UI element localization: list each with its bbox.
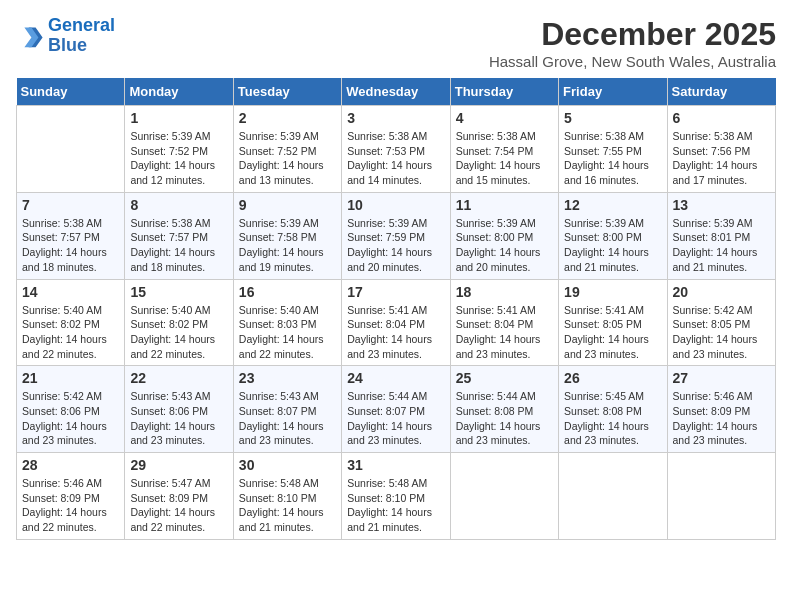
calendar-cell: 2Sunrise: 5:39 AMSunset: 7:52 PMDaylight…	[233, 106, 341, 193]
title-section: December 2025 Hassall Grove, New South W…	[489, 16, 776, 70]
day-number: 10	[347, 197, 444, 213]
weekday-header: Thursday	[450, 78, 558, 106]
day-info: Sunrise: 5:48 AMSunset: 8:10 PMDaylight:…	[239, 476, 336, 535]
day-info: Sunrise: 5:41 AMSunset: 8:04 PMDaylight:…	[347, 303, 444, 362]
calendar-cell: 14Sunrise: 5:40 AMSunset: 8:02 PMDayligh…	[17, 279, 125, 366]
weekday-header: Friday	[559, 78, 667, 106]
location-title: Hassall Grove, New South Wales, Australi…	[489, 53, 776, 70]
day-number: 6	[673, 110, 770, 126]
day-number: 8	[130, 197, 227, 213]
day-number: 21	[22, 370, 119, 386]
calendar-cell: 16Sunrise: 5:40 AMSunset: 8:03 PMDayligh…	[233, 279, 341, 366]
day-info: Sunrise: 5:39 AMSunset: 8:00 PMDaylight:…	[564, 216, 661, 275]
calendar-week-row: 1Sunrise: 5:39 AMSunset: 7:52 PMDaylight…	[17, 106, 776, 193]
day-info: Sunrise: 5:39 AMSunset: 7:58 PMDaylight:…	[239, 216, 336, 275]
calendar-cell: 19Sunrise: 5:41 AMSunset: 8:05 PMDayligh…	[559, 279, 667, 366]
calendar-cell: 18Sunrise: 5:41 AMSunset: 8:04 PMDayligh…	[450, 279, 558, 366]
day-number: 13	[673, 197, 770, 213]
day-info: Sunrise: 5:46 AMSunset: 8:09 PMDaylight:…	[673, 389, 770, 448]
weekday-header: Wednesday	[342, 78, 450, 106]
day-number: 26	[564, 370, 661, 386]
day-info: Sunrise: 5:38 AMSunset: 7:57 PMDaylight:…	[22, 216, 119, 275]
day-info: Sunrise: 5:38 AMSunset: 7:56 PMDaylight:…	[673, 129, 770, 188]
calendar-cell: 26Sunrise: 5:45 AMSunset: 8:08 PMDayligh…	[559, 366, 667, 453]
day-number: 4	[456, 110, 553, 126]
day-info: Sunrise: 5:42 AMSunset: 8:05 PMDaylight:…	[673, 303, 770, 362]
day-info: Sunrise: 5:42 AMSunset: 8:06 PMDaylight:…	[22, 389, 119, 448]
calendar-cell: 20Sunrise: 5:42 AMSunset: 8:05 PMDayligh…	[667, 279, 775, 366]
calendar-cell: 4Sunrise: 5:38 AMSunset: 7:54 PMDaylight…	[450, 106, 558, 193]
calendar-cell	[450, 453, 558, 540]
day-number: 16	[239, 284, 336, 300]
logo-text: General Blue	[48, 16, 115, 56]
calendar-cell: 29Sunrise: 5:47 AMSunset: 8:09 PMDayligh…	[125, 453, 233, 540]
calendar-cell: 5Sunrise: 5:38 AMSunset: 7:55 PMDaylight…	[559, 106, 667, 193]
calendar-table: SundayMondayTuesdayWednesdayThursdayFrid…	[16, 78, 776, 540]
day-info: Sunrise: 5:47 AMSunset: 8:09 PMDaylight:…	[130, 476, 227, 535]
weekday-header: Sunday	[17, 78, 125, 106]
day-number: 18	[456, 284, 553, 300]
day-number: 28	[22, 457, 119, 473]
day-info: Sunrise: 5:43 AMSunset: 8:06 PMDaylight:…	[130, 389, 227, 448]
day-number: 19	[564, 284, 661, 300]
calendar-cell: 13Sunrise: 5:39 AMSunset: 8:01 PMDayligh…	[667, 192, 775, 279]
day-info: Sunrise: 5:39 AMSunset: 7:52 PMDaylight:…	[239, 129, 336, 188]
day-info: Sunrise: 5:41 AMSunset: 8:05 PMDaylight:…	[564, 303, 661, 362]
day-number: 23	[239, 370, 336, 386]
calendar-cell: 7Sunrise: 5:38 AMSunset: 7:57 PMDaylight…	[17, 192, 125, 279]
calendar-cell: 27Sunrise: 5:46 AMSunset: 8:09 PMDayligh…	[667, 366, 775, 453]
logo: General Blue	[16, 16, 115, 56]
day-info: Sunrise: 5:39 AMSunset: 8:00 PMDaylight:…	[456, 216, 553, 275]
calendar-cell	[667, 453, 775, 540]
day-number: 9	[239, 197, 336, 213]
calendar-week-row: 7Sunrise: 5:38 AMSunset: 7:57 PMDaylight…	[17, 192, 776, 279]
weekday-header: Saturday	[667, 78, 775, 106]
day-info: Sunrise: 5:39 AMSunset: 7:59 PMDaylight:…	[347, 216, 444, 275]
day-info: Sunrise: 5:43 AMSunset: 8:07 PMDaylight:…	[239, 389, 336, 448]
day-number: 1	[130, 110, 227, 126]
calendar-cell: 23Sunrise: 5:43 AMSunset: 8:07 PMDayligh…	[233, 366, 341, 453]
day-info: Sunrise: 5:38 AMSunset: 7:57 PMDaylight:…	[130, 216, 227, 275]
calendar-cell: 1Sunrise: 5:39 AMSunset: 7:52 PMDaylight…	[125, 106, 233, 193]
day-number: 14	[22, 284, 119, 300]
calendar-cell: 25Sunrise: 5:44 AMSunset: 8:08 PMDayligh…	[450, 366, 558, 453]
calendar-cell: 9Sunrise: 5:39 AMSunset: 7:58 PMDaylight…	[233, 192, 341, 279]
day-info: Sunrise: 5:48 AMSunset: 8:10 PMDaylight:…	[347, 476, 444, 535]
calendar-week-row: 14Sunrise: 5:40 AMSunset: 8:02 PMDayligh…	[17, 279, 776, 366]
calendar-cell: 8Sunrise: 5:38 AMSunset: 7:57 PMDaylight…	[125, 192, 233, 279]
day-info: Sunrise: 5:40 AMSunset: 8:02 PMDaylight:…	[22, 303, 119, 362]
day-info: Sunrise: 5:40 AMSunset: 8:03 PMDaylight:…	[239, 303, 336, 362]
calendar-cell: 30Sunrise: 5:48 AMSunset: 8:10 PMDayligh…	[233, 453, 341, 540]
calendar-cell: 22Sunrise: 5:43 AMSunset: 8:06 PMDayligh…	[125, 366, 233, 453]
day-info: Sunrise: 5:39 AMSunset: 8:01 PMDaylight:…	[673, 216, 770, 275]
day-info: Sunrise: 5:38 AMSunset: 7:54 PMDaylight:…	[456, 129, 553, 188]
day-number: 3	[347, 110, 444, 126]
calendar-cell: 6Sunrise: 5:38 AMSunset: 7:56 PMDaylight…	[667, 106, 775, 193]
day-number: 24	[347, 370, 444, 386]
weekday-header: Tuesday	[233, 78, 341, 106]
weekday-header: Monday	[125, 78, 233, 106]
calendar-cell: 21Sunrise: 5:42 AMSunset: 8:06 PMDayligh…	[17, 366, 125, 453]
calendar-cell	[17, 106, 125, 193]
day-number: 27	[673, 370, 770, 386]
day-number: 31	[347, 457, 444, 473]
day-number: 2	[239, 110, 336, 126]
day-number: 15	[130, 284, 227, 300]
calendar-cell: 15Sunrise: 5:40 AMSunset: 8:02 PMDayligh…	[125, 279, 233, 366]
day-info: Sunrise: 5:45 AMSunset: 8:08 PMDaylight:…	[564, 389, 661, 448]
day-number: 25	[456, 370, 553, 386]
calendar-cell: 10Sunrise: 5:39 AMSunset: 7:59 PMDayligh…	[342, 192, 450, 279]
day-number: 20	[673, 284, 770, 300]
day-info: Sunrise: 5:46 AMSunset: 8:09 PMDaylight:…	[22, 476, 119, 535]
month-title: December 2025	[489, 16, 776, 53]
day-number: 29	[130, 457, 227, 473]
calendar-cell	[559, 453, 667, 540]
page-header: General Blue December 2025 Hassall Grove…	[16, 16, 776, 70]
calendar-week-row: 21Sunrise: 5:42 AMSunset: 8:06 PMDayligh…	[17, 366, 776, 453]
day-info: Sunrise: 5:44 AMSunset: 8:07 PMDaylight:…	[347, 389, 444, 448]
day-info: Sunrise: 5:38 AMSunset: 7:53 PMDaylight:…	[347, 129, 444, 188]
day-number: 30	[239, 457, 336, 473]
calendar-cell: 28Sunrise: 5:46 AMSunset: 8:09 PMDayligh…	[17, 453, 125, 540]
calendar-week-row: 28Sunrise: 5:46 AMSunset: 8:09 PMDayligh…	[17, 453, 776, 540]
calendar-cell: 11Sunrise: 5:39 AMSunset: 8:00 PMDayligh…	[450, 192, 558, 279]
